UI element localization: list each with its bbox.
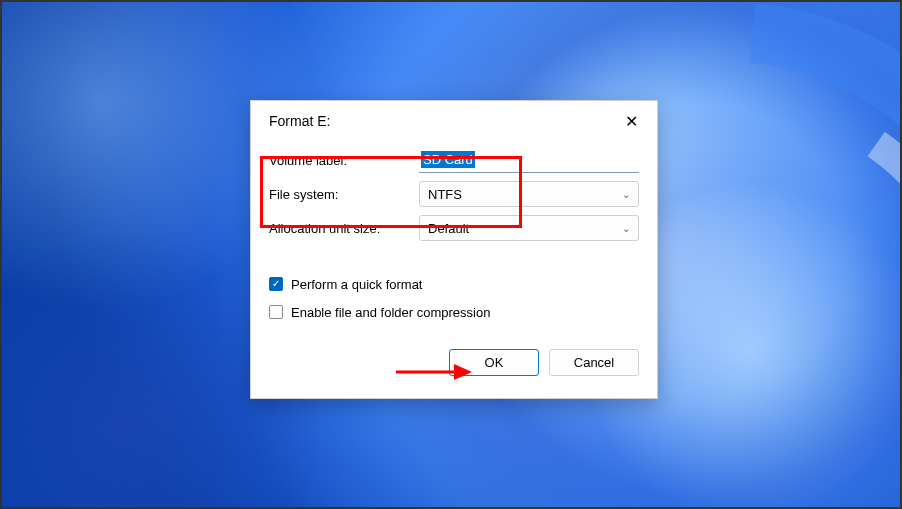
quick-format-checkbox[interactable]: ✓ bbox=[269, 277, 283, 291]
compression-label: Enable file and folder compression bbox=[291, 305, 490, 320]
chevron-down-icon: ⌄ bbox=[622, 223, 630, 234]
ok-button[interactable]: OK bbox=[449, 349, 539, 376]
volume-label-text: Volume label: bbox=[269, 153, 419, 168]
allocation-unit-dropdown[interactable]: Default ⌄ bbox=[419, 215, 639, 241]
volume-label-value: SD Card bbox=[421, 151, 475, 168]
volume-label-row: Volume label: SD Card bbox=[269, 143, 639, 177]
allocation-unit-row: Allocation unit size: Default ⌄ bbox=[269, 211, 639, 245]
compression-checkbox[interactable] bbox=[269, 305, 283, 319]
close-button[interactable]: ✕ bbox=[617, 107, 645, 135]
format-dialog: Format E: ✕ Volume label: SD Card File s… bbox=[250, 100, 658, 399]
file-system-label: File system: bbox=[269, 187, 419, 202]
quick-format-row[interactable]: ✓ Perform a quick format bbox=[269, 271, 639, 297]
allocation-unit-value: Default bbox=[428, 221, 469, 236]
chevron-down-icon: ⌄ bbox=[622, 189, 630, 200]
dialog-title: Format E: bbox=[269, 113, 330, 129]
file-system-value: NTFS bbox=[428, 187, 462, 202]
quick-format-label: Perform a quick format bbox=[291, 277, 423, 292]
close-icon: ✕ bbox=[625, 112, 638, 131]
file-system-row: File system: NTFS ⌄ bbox=[269, 177, 639, 211]
dialog-buttons: OK Cancel bbox=[269, 349, 639, 384]
compression-row[interactable]: Enable file and folder compression bbox=[269, 299, 639, 325]
dialog-titlebar: Format E: ✕ bbox=[251, 101, 657, 137]
volume-label-input[interactable]: SD Card bbox=[419, 147, 639, 173]
allocation-unit-label: Allocation unit size: bbox=[269, 221, 419, 236]
file-system-dropdown[interactable]: NTFS ⌄ bbox=[419, 181, 639, 207]
cancel-button[interactable]: Cancel bbox=[549, 349, 639, 376]
